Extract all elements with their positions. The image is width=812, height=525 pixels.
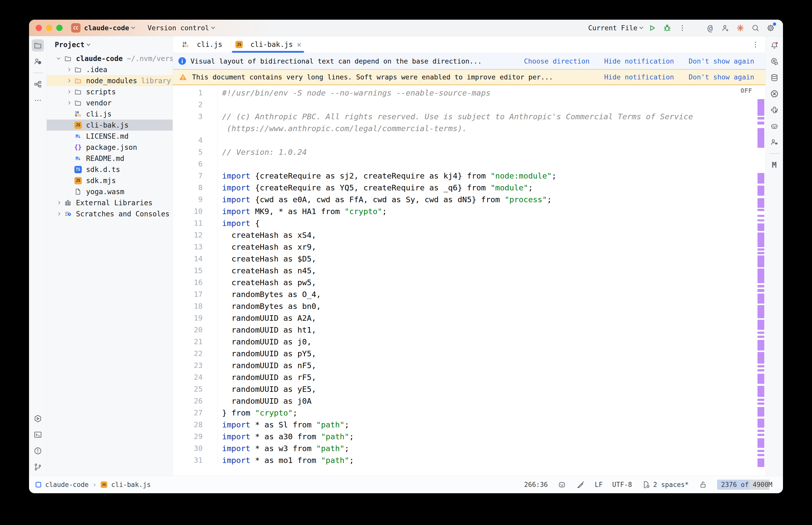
tree-item-External Libraries[interactable]: External Libraries [47,197,173,208]
line-number[interactable]: 1 [173,87,218,99]
line-number[interactable]: 24 [173,371,218,383]
tree-item-sdk.d.ts[interactable]: TSsdk.d.ts [47,164,173,175]
dont-show-again-link[interactable]: Don't show again [689,73,754,81]
hide-notification-link[interactable]: Hide notification [604,73,674,81]
chevron-right-icon[interactable] [67,68,70,71]
tree-item-node_modules[interactable]: node_moduleslibrary [47,75,173,86]
tree-item-README.md[interactable]: M↓README.md [47,153,173,164]
tree-item-Scratches and Consoles[interactable]: Scratches and Consoles [47,208,173,220]
ai-burst-icon[interactable] [735,22,746,34]
line-number[interactable]: 11 [173,217,218,229]
tree-item-package.json[interactable]: {}package.json [47,142,173,153]
more-icon[interactable] [32,94,44,106]
tree-item-scripts[interactable]: scripts [47,86,173,97]
line-number[interactable]: 22 [173,347,218,359]
vcs-menu[interactable]: Version control [148,24,215,32]
chevron-right-icon[interactable] [67,79,70,82]
circled-x-icon[interactable] [768,88,781,100]
tab-cli-bak-js[interactable]: JS cli-bak.js × [228,36,308,53]
line-number[interactable]: 2 [173,99,218,110]
highlighting-off-label[interactable]: OFF [741,87,752,94]
line-number[interactable]: 27 [173,407,218,419]
line-number[interactable]: 26 [173,395,218,407]
hide-notification-link[interactable]: Hide notification [604,57,674,65]
chevron-down-icon[interactable] [57,56,60,60]
puzzle-icon[interactable] [768,104,781,116]
line-number[interactable]: 3 [173,110,218,122]
project-menu[interactable]: claude-code [84,24,134,32]
tree-item-cli.js[interactable]: 100JScli.js [47,108,173,120]
people-help-icon[interactable]: ? [32,56,44,68]
robot-icon[interactable] [768,120,781,132]
maven-icon[interactable]: M [768,159,781,171]
people-chat-icon[interactable] [768,136,781,148]
inspections-widget-icon[interactable] [557,480,566,489]
line-number[interactable]: 5 [173,146,218,158]
breadcrumb-project[interactable]: claude-code [45,481,89,489]
line-number[interactable]: 20 [173,324,218,336]
run-configuration-selector[interactable]: Current File [588,24,643,32]
choose-direction-link[interactable]: Choose direction [524,57,589,65]
breadcrumb-file[interactable]: cli-bak.js [111,481,151,489]
settings-gear-icon[interactable] [765,22,777,34]
chevron-right-icon[interactable] [67,101,70,105]
debug-button[interactable] [661,22,673,34]
line-number[interactable]: 17 [173,288,218,300]
line-number[interactable]: 23 [173,359,218,371]
project-folder-icon[interactable] [32,39,44,51]
unlock-icon[interactable] [698,480,708,489]
invite-user-plus-icon[interactable] [719,22,731,34]
line-number[interactable]: 12 [173,229,218,241]
dont-show-again-link[interactable]: Don't show again [689,57,754,65]
line-number[interactable]: 21 [173,336,218,347]
search-everywhere-icon[interactable] [750,22,761,34]
tree-item-LICENSE.md[interactable]: M↓LICENSE.md [47,131,173,142]
close-tab-icon[interactable]: × [297,40,301,49]
problems-icon[interactable] [32,445,44,457]
run-icon[interactable] [32,412,44,425]
minimize-window-button[interactable] [46,25,52,31]
chevron-right-icon[interactable] [57,201,60,205]
tree-item-.idea[interactable]: .idea [47,64,173,75]
tab-options-kebab-icon[interactable] [750,39,761,50]
terminal-icon[interactable] [32,429,44,441]
line-number[interactable]: 28 [173,419,218,431]
line-number[interactable]: 19 [173,312,218,324]
line-number[interactable]: 16 [173,276,218,288]
tree-item-yoga.wasm[interactable]: yoga.wasm [47,186,173,197]
line-number[interactable]: 7 [173,170,218,182]
memory-indicator[interactable]: 2376 of 4900M [717,480,777,490]
notifications-bell-icon[interactable] [768,39,781,51]
line-number[interactable]: 14 [173,253,218,265]
indent-widget[interactable]: 2 spaces* [653,481,689,489]
highlighting-level-icon[interactable] [576,480,585,489]
tab-cli-js[interactable]: 100JS cli.js [175,36,228,53]
line-number[interactable]: 13 [173,241,218,253]
tree-item-sdk.mjs[interactable]: JSsdk.mjs [47,175,173,186]
line-number[interactable]: 31 [173,454,218,466]
line-number[interactable] [173,122,218,134]
line-number[interactable]: 30 [173,442,218,454]
line-number[interactable]: 25 [173,383,218,395]
encoding-widget[interactable]: UTF-8 [612,481,632,489]
tree-item-claude-code[interactable]: claude-code~/.nvm/vers [47,53,173,64]
project-panel-header[interactable]: Project [47,36,173,53]
line-separator-widget[interactable]: LF [595,481,603,489]
code-with-me-at-icon[interactable]: @ [704,22,716,34]
tree-item-vendor[interactable]: vendor [47,97,173,108]
close-window-button[interactable] [35,25,42,31]
line-number[interactable]: 10 [173,205,218,217]
line-number[interactable]: 9 [173,193,218,205]
chevron-right-icon[interactable] [57,212,60,215]
caret-position-widget[interactable]: 266:36 [524,481,548,489]
ai-chat-icon[interactable] [768,56,781,68]
maximize-window-button[interactable] [56,25,62,31]
line-number[interactable]: 29 [173,431,218,442]
line-number[interactable]: 18 [173,300,218,312]
run-button[interactable] [646,22,658,34]
line-number[interactable]: 6 [173,158,218,170]
line-number[interactable]: 4 [173,134,218,146]
code-viewport[interactable]: OFF 1#!/usr/bin/env -S node --no-warning… [173,85,765,476]
more-actions-kebab-icon[interactable] [677,22,688,34]
structure-icon[interactable] [32,78,44,90]
